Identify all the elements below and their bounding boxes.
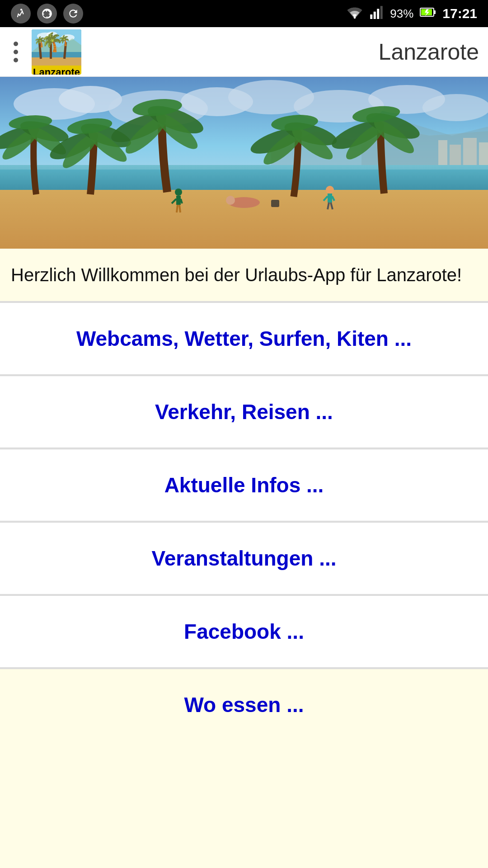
app-icon-label: Lanzarote xyxy=(32,66,81,75)
svg-point-0 xyxy=(20,9,22,10)
svg-point-72 xyxy=(226,196,235,205)
svg-point-65 xyxy=(175,189,182,196)
status-icons xyxy=(11,4,83,24)
svg-rect-66 xyxy=(176,196,181,205)
welcome-message: Herzlich Willkommen bei der Urlaubs-App … xyxy=(11,265,462,285)
menu-dot xyxy=(14,58,18,62)
app-bar: 🌴 🌴 🌴 Lanzarote Lanzarote xyxy=(0,27,488,77)
bottom-section: Wo essen ... xyxy=(0,669,488,741)
svg-rect-7 xyxy=(434,10,436,14)
verkehr-button[interactable]: Verkehr, Reisen ... xyxy=(0,376,488,448)
svg-rect-5 xyxy=(380,6,383,19)
svg-rect-35 xyxy=(463,138,477,167)
battery-icon xyxy=(420,7,436,21)
svg-rect-4 xyxy=(377,9,379,19)
wo-essen-button[interactable]: Wo essen ... xyxy=(184,693,304,717)
welcome-text: Herzlich Willkommen bei der Urlaubs-App … xyxy=(0,249,488,301)
svg-line-70 xyxy=(179,205,180,212)
accessibility-icon xyxy=(37,4,57,24)
svg-point-1 xyxy=(354,16,356,19)
svg-point-73 xyxy=(326,186,334,194)
svg-rect-18 xyxy=(50,41,52,59)
svg-text:🌴: 🌴 xyxy=(34,36,47,48)
events-button[interactable]: Veranstaltungen ... xyxy=(0,523,488,594)
infos-button[interactable]: Aktuelle Infos ... xyxy=(0,449,488,521)
svg-rect-74 xyxy=(328,193,332,203)
status-right: 93% 17:21 xyxy=(347,5,477,22)
svg-rect-79 xyxy=(271,200,279,207)
svg-point-11 xyxy=(47,32,57,38)
svg-rect-2 xyxy=(370,14,372,19)
menu-dot xyxy=(14,50,18,54)
status-bar: 93% 17:21 xyxy=(0,0,488,27)
app-icon-image: 🌴 🌴 🌴 xyxy=(32,29,81,66)
refresh-icon xyxy=(63,4,83,24)
wifi-icon xyxy=(347,5,363,22)
svg-line-69 xyxy=(177,205,178,212)
signal-icon xyxy=(369,5,384,22)
svg-text:🌴: 🌴 xyxy=(58,34,70,47)
svg-point-30 xyxy=(422,94,488,121)
time-display: 17:21 xyxy=(442,6,477,21)
svg-rect-36 xyxy=(479,142,488,167)
svg-rect-38 xyxy=(0,165,488,170)
battery-text: 93% xyxy=(390,7,413,21)
svg-rect-3 xyxy=(374,11,376,19)
hero-image xyxy=(0,77,488,249)
app-title: Lanzarote xyxy=(90,39,479,65)
svg-rect-15 xyxy=(32,57,81,66)
menu-button[interactable] xyxy=(9,37,23,67)
app-icon[interactable]: 🌴 🌴 🌴 Lanzarote xyxy=(32,29,81,75)
webcams-button[interactable]: Webcams, Wetter, Surfen, Kiten ... xyxy=(0,303,488,374)
svg-text:🌴: 🌴 xyxy=(44,33,55,44)
running-icon xyxy=(11,4,31,24)
svg-rect-34 xyxy=(450,145,461,167)
menu-dot xyxy=(14,42,18,46)
svg-rect-33 xyxy=(438,140,447,167)
facebook-button[interactable]: Facebook ... xyxy=(0,596,488,667)
